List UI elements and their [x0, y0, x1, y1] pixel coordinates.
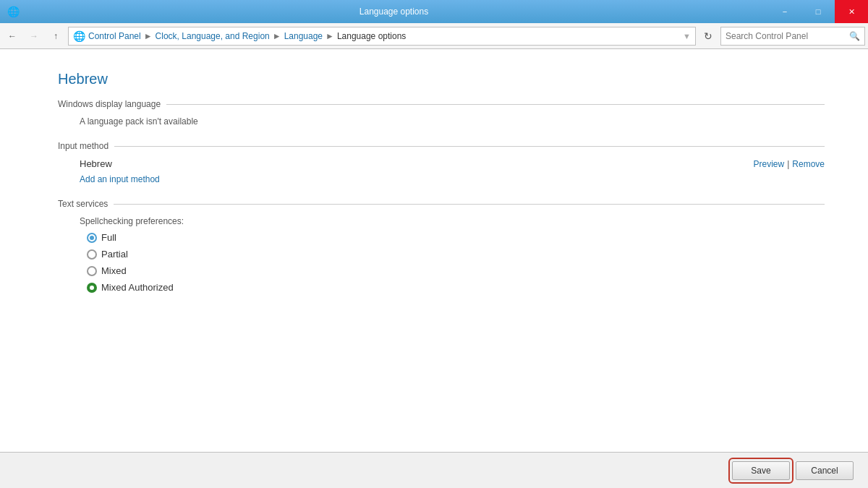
radio-full[interactable]: Full [87, 232, 825, 243]
refresh-button[interactable]: ↻ [699, 27, 718, 46]
window-title: Language options [20, 7, 768, 17]
text-services-body: Spellchecking preferences: Full Partial … [58, 216, 825, 293]
input-method-label: Input method [58, 141, 114, 151]
breadcrumb-icon: 🌐 [73, 30, 85, 42]
section-divider-2 [114, 146, 825, 147]
radio-mixed[interactable]: Mixed [87, 265, 825, 276]
close-button[interactable]: ✕ [835, 0, 868, 23]
radio-partial-label: Partial [101, 249, 128, 260]
section-divider-3 [114, 204, 825, 205]
radio-mixed-label: Mixed [101, 265, 127, 276]
radio-partial[interactable]: Partial [87, 249, 825, 260]
radio-full-label: Full [101, 232, 116, 243]
radio-group: Full Partial Mixed Mixed Authorized [80, 232, 825, 293]
windows-display-section-header: Windows display language [58, 99, 825, 109]
input-method-links: Preview | Remove [754, 159, 825, 169]
search-icon: 🔍 [849, 31, 860, 41]
search-input[interactable] [726, 31, 846, 41]
spellcheck-label: Spellchecking preferences: [80, 216, 825, 226]
language-pack-status: A language pack isn't available [80, 116, 825, 127]
back-button[interactable]: ← [3, 27, 22, 46]
radio-partial-indicator [87, 249, 97, 260]
section-divider [166, 104, 825, 105]
forward-button[interactable]: → [25, 27, 43, 46]
title-bar: 🌐 Language options − □ ✕ [0, 0, 868, 23]
search-box: 🔍 [720, 27, 865, 46]
restore-button[interactable]: □ [801, 0, 835, 23]
radio-mixed-authorized-indicator [87, 283, 97, 293]
radio-mixed-authorized-label: Mixed Authorized [101, 282, 174, 293]
page-title: Hebrew [58, 71, 825, 87]
radio-mixed-indicator [87, 266, 97, 276]
breadcrumb-part-2[interactable]: Clock, Language, and Region [156, 31, 270, 41]
save-button[interactable]: Save [732, 461, 790, 480]
text-services-label: Text services [58, 199, 114, 209]
windows-display-body: A language pack isn't available [58, 116, 825, 127]
breadcrumb-part-3[interactable]: Language [284, 31, 323, 41]
cancel-button[interactable]: Cancel [796, 461, 854, 480]
up-button[interactable]: ↑ [46, 27, 65, 46]
add-input-method-row: Add an input method [80, 174, 825, 184]
preview-button[interactable]: Preview [754, 159, 785, 169]
input-method-section-header: Input method [58, 141, 825, 151]
window-controls: − □ ✕ [768, 0, 868, 23]
breadcrumb-bar: 🌐 Control Panel ► Clock, Language, and R… [68, 27, 696, 46]
radio-mixed-authorized[interactable]: Mixed Authorized [87, 282, 825, 293]
windows-display-label: Windows display language [58, 99, 166, 109]
radio-full-indicator [87, 233, 97, 243]
footer: Save Cancel [0, 452, 868, 488]
minimize-button[interactable]: − [768, 0, 801, 23]
input-method-name: Hebrew [80, 158, 112, 169]
breadcrumb-current: Language options [337, 31, 406, 41]
remove-button[interactable]: Remove [792, 159, 825, 169]
input-method-body: Hebrew Preview | Remove Add an input met… [58, 158, 825, 184]
add-input-method-link[interactable]: Add an input method [80, 174, 160, 184]
address-bar: ← → ↑ 🌐 Control Panel ► Clock, Language,… [0, 23, 868, 49]
breadcrumb-part-1[interactable]: Control Panel [88, 31, 141, 41]
app-icon: 🌐 [7, 6, 20, 17]
input-method-row: Hebrew Preview | Remove [80, 158, 825, 169]
text-services-section-header: Text services [58, 199, 825, 209]
main-content: Hebrew Windows display language A langua… [0, 49, 868, 452]
